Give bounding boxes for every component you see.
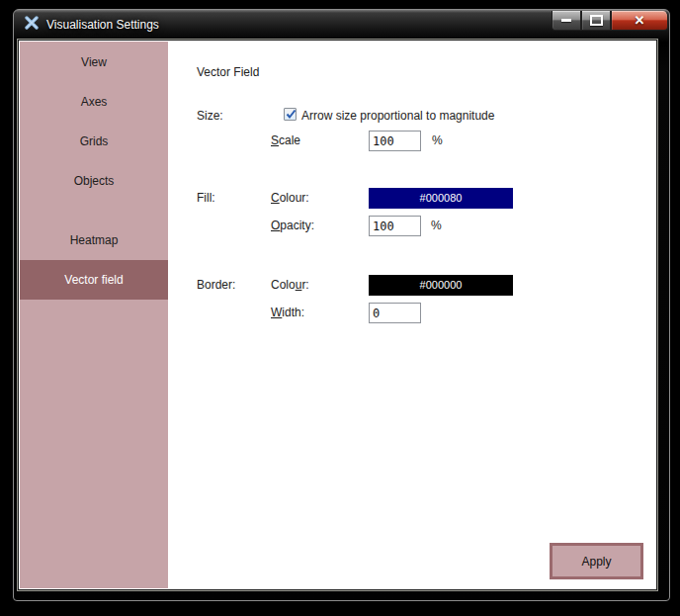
apply-button[interactable]: Apply	[550, 543, 643, 579]
maximize-icon	[590, 15, 603, 26]
scale-unit-label: %	[432, 133, 443, 147]
fill-label: Fill:	[197, 191, 215, 205]
scale-input[interactable]	[369, 131, 421, 151]
fill-opacity-input[interactable]	[369, 216, 421, 236]
close-button[interactable]: ✕	[611, 11, 668, 31]
fill-colour-label: Colour:	[271, 191, 309, 205]
scale-label: Scale	[271, 133, 300, 147]
border-colour-label: Colour:	[271, 278, 309, 292]
close-icon: ✕	[635, 14, 645, 27]
border-label: Border:	[197, 278, 235, 292]
client-area: View Axes Grids Objects Heatmap Vector f…	[19, 41, 656, 589]
vector-field-panel: Vector Field Size: Arrow size proportion…	[19, 41, 656, 589]
size-label: Size:	[197, 109, 223, 123]
visualisation-settings-window: Visualisation Settings ✕ View Axes Grids…	[13, 9, 670, 601]
fill-opacity-label: Opacity:	[271, 219, 314, 232]
app-icon	[25, 16, 39, 30]
fill-colour-swatch[interactable]: #000080	[369, 188, 513, 209]
caption-buttons: ✕	[552, 11, 668, 31]
fill-opacity-unit-label: %	[431, 219, 442, 232]
maximize-button[interactable]	[581, 11, 611, 31]
panel-title: Vector Field	[197, 65, 259, 79]
minimize-button[interactable]	[552, 11, 581, 31]
border-colour-swatch[interactable]: #000000	[369, 275, 513, 296]
arrow-size-checkbox[interactable]	[284, 108, 297, 121]
arrow-size-checkbox-label[interactable]: Arrow size proportional to magnitude	[301, 109, 494, 123]
window-title: Visualisation Settings	[46, 18, 159, 32]
border-width-input[interactable]	[369, 303, 421, 323]
border-width-label: Width:	[271, 306, 304, 319]
checkmark-icon	[285, 108, 298, 121]
titlebar[interactable]: Visualisation Settings ✕	[14, 10, 669, 41]
minimize-icon	[561, 19, 571, 22]
